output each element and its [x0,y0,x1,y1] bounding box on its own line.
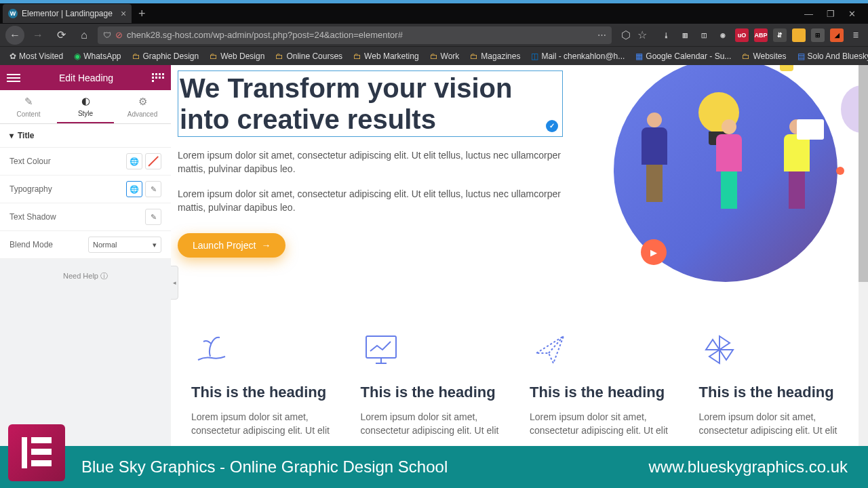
feature-heading: This is the heading [361,384,510,401]
ext-icon[interactable]: ⇵ [773,28,787,42]
home-button[interactable]: ⌂ [75,26,94,45]
bookmark-item[interactable]: 🗀Web Marketing [349,50,422,62]
address-field[interactable]: 🛡 ⊘ chenk28.sg-host.com/wp-admin/post.ph… [98,26,612,44]
bookmark-item[interactable]: ▤Solo And Bluesky task... [793,50,868,62]
scroll-thumb[interactable] [859,65,868,282]
feature-card[interactable]: This is the heading Lorem ipsum dolor si… [361,329,510,437]
control-text-shadow: Text Shadow ✎ [0,203,171,231]
browser-tab[interactable]: W Elementor | Landingpage × [3,4,132,23]
ext-icon-4[interactable]: ◢ [830,28,844,42]
illustration-person [776,119,817,214]
bookmark-item[interactable]: 🗀Websites [738,50,790,62]
bookmark-item[interactable]: 🗀Graphic Design [128,50,203,62]
sidebar-header: Edit Heading [0,65,171,90]
feature-card[interactable]: This is the heading Lorem ipsum dolor si… [191,329,340,437]
elementor-logo [8,424,65,481]
account-icon[interactable]: ◉ [716,28,730,42]
tab-advanced[interactable]: ⚙Advanced [114,90,171,123]
illustration-circle: ▶ [614,65,837,282]
monitor-graph-icon [361,329,401,370]
feature-text: Lorem ipsum dolor sit amet, consectetur … [191,411,340,437]
pinwheel-icon [699,329,740,370]
edit-icon[interactable]: ✎ [145,181,161,197]
extension-icons: ⭳ ▥ ◫ ◉ uO ABP ⇵ ⊞ ◢ ☰ [659,28,863,42]
collapse-sidebar-handle[interactable]: ◂ [171,266,178,300]
footer-banner: Blue Sky Graphics - Online Graphic Desig… [0,446,868,488]
ext-icon-2[interactable] [792,28,806,42]
bookmark-item[interactable]: ▦Google Calendar - Su... [631,50,735,62]
folder-icon: 🗀 [132,52,140,61]
gear-icon: ⚙ [138,96,147,108]
bookmark-item[interactable]: 🗀Online Courses [271,50,347,62]
feature-card[interactable]: This is the heading Lorem ipsum dolor si… [699,329,848,437]
bookmark-item[interactable]: 🗀Magazines [466,50,524,62]
star-icon[interactable]: ☆ [637,28,647,41]
paper-plane-icon [530,329,570,370]
close-window-button[interactable]: ✕ [848,9,856,19]
hamburger-icon[interactable] [7,74,20,82]
globe-icon[interactable]: 🌐 [126,153,142,169]
menu-icon[interactable]: ☰ [849,28,863,42]
bookmark-item[interactable]: ◉WhatsApp [70,50,125,62]
control-blend-mode: Blend Mode Normal▾ [0,231,171,259]
download-icon[interactable]: ⭳ [659,28,673,42]
bookmark-item[interactable]: ✿Most Visited [5,50,67,62]
feature-heading: This is the heading [530,384,679,401]
reload-button[interactable]: ⟳ [52,26,71,45]
lock-icon: ⊘ [115,30,123,40]
plant-hand-icon [191,329,232,370]
bookmark-item[interactable]: ◫Mail - chenkahlon@h... [527,50,629,62]
ublock-icon[interactable]: uO [735,28,749,42]
pocket-icon[interactable]: ⬡ [621,28,631,41]
colour-picker-none[interactable] [145,153,161,169]
more-icon[interactable]: ⋯ [597,30,606,40]
page-scrollbar[interactable] [859,65,868,447]
outlook-icon: ◫ [531,52,538,61]
sidebar-title: Edit Heading [59,73,113,83]
illustration-person [709,119,749,214]
feature-text: Lorem ipsum dolor sit amet, consectetur … [530,411,679,437]
hero-paragraph[interactable]: Lorem ipsum dolor sit amet, consectetur … [178,188,563,214]
feature-heading: This is the heading [699,384,848,401]
folder-icon: 🗀 [430,52,438,61]
help-icon: ⓘ [100,272,108,280]
editor-tabs: ✎Content ◐Style ⚙Advanced [0,90,171,124]
launch-project-button[interactable]: Launch Project→ [178,233,285,258]
svg-rect-0 [366,336,396,358]
sidebar-icon[interactable]: ◫ [697,28,711,42]
feature-card[interactable]: This is the heading Lorem ipsum dolor si… [530,329,679,437]
minimize-button[interactable]: — [804,9,813,19]
play-button[interactable]: ▶ [641,239,667,265]
forward-button[interactable]: → [28,26,47,45]
bookmark-item[interactable]: 🗀Work [426,50,464,62]
library-icon[interactable]: ▥ [678,28,692,42]
section-title[interactable]: ▾Title [0,124,171,148]
blend-mode-select[interactable]: Normal▾ [88,237,161,253]
globe-icon[interactable]: 🌐 [126,181,142,197]
tab-content[interactable]: ✎Content [0,90,57,123]
shield-icon: 🛡 [103,30,111,40]
back-button[interactable]: ← [5,26,24,45]
new-tab-button[interactable]: + [138,7,146,21]
edit-icon[interactable]: ✎ [145,209,161,225]
hero-paragraph[interactable]: Lorem ipsum dolor sit amet, consectetur … [178,149,563,176]
preview-canvas[interactable]: ◂ We Transform your vision into creative… [171,65,868,488]
maximize-button[interactable]: ❐ [827,9,835,19]
control-text-colour: Text Colour 🌐 [0,148,171,176]
ext-icon-3[interactable]: ⊞ [811,28,825,42]
feature-heading: This is the heading [191,384,340,401]
bookmark-item[interactable]: 🗀Web Design [205,50,269,62]
widgets-grid-icon[interactable] [152,73,164,82]
help-link[interactable]: Need Help ⓘ [0,259,171,293]
browser-tabbar: W Elementor | Landingpage × + — ❐ ✕ [0,3,868,24]
adblock-icon[interactable]: ABP [754,28,768,42]
banner-text-right: www.blueskygraphics.co.uk [649,458,848,476]
bookmarks-bar: ✿Most Visited ◉WhatsApp 🗀Graphic Design … [0,46,868,65]
features-row: This is the heading Lorem ipsum dolor si… [171,302,868,437]
close-tab-icon[interactable]: × [121,8,126,19]
folder-icon: 🗀 [470,52,478,61]
hero-heading-selected[interactable]: We Transform your vision into creative r… [178,70,563,137]
tab-style[interactable]: ◐Style [57,90,114,123]
illustration-person-top [776,65,797,75]
banner-text-left: Blue Sky Graphics - Online Graphic Desig… [81,458,448,476]
